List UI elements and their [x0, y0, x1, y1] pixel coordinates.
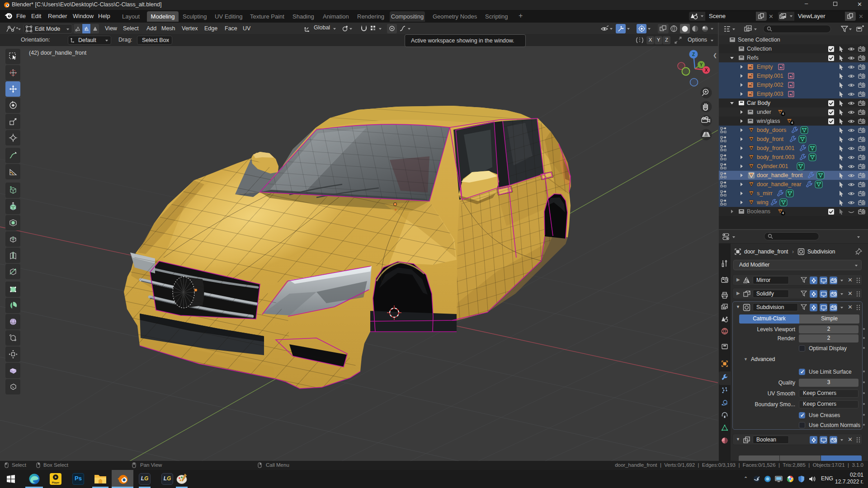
- svg-text:❮: ❮: [713, 52, 717, 58]
- svg-text:X: X: [705, 68, 708, 73]
- svg-text:Y: Y: [700, 62, 703, 67]
- svg-text:(42) door_handle_front: (42) door_handle_front: [29, 50, 87, 56]
- svg-text:Z: Z: [692, 52, 695, 57]
